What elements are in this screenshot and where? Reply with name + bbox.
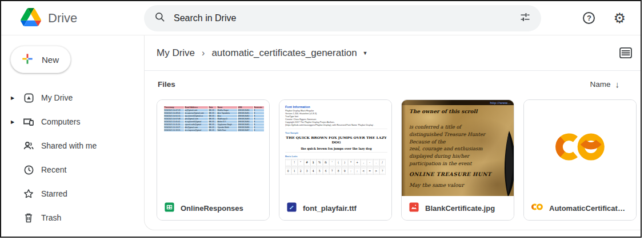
font-file-thumbnail: Font Information Playfair Display Black … bbox=[279, 100, 391, 196]
file-card-footer: OnlineResponses bbox=[157, 196, 269, 220]
drive-logo[interactable]: Drive bbox=[1, 8, 144, 29]
sidebar-item-label: Computers bbox=[41, 117, 80, 126]
colab-logo-large-icon bbox=[553, 130, 607, 166]
file-grid: TimestampEmail AddressDateNameUSNSemeste… bbox=[144, 97, 642, 221]
file-name: font_playfair.ttf bbox=[303, 204, 357, 213]
certificate-event-line: ONLINE TREASURE HUNT bbox=[409, 171, 494, 177]
plus-multicolor-icon bbox=[20, 51, 35, 68]
font-info-title: Font Information bbox=[285, 105, 387, 109]
sidebar-item-starred[interactable]: Starred bbox=[1, 182, 144, 206]
main-content: My Drive › automatic_certificates_genera… bbox=[144, 35, 642, 237]
drive-window: Drive Search in Drive ? ⚙ bbox=[0, 0, 642, 238]
sidebar-item-label: Trash bbox=[41, 213, 61, 222]
drive-logo-icon bbox=[21, 8, 41, 29]
colab-thumbnail bbox=[524, 100, 636, 196]
sort-direction-arrow-icon[interactable]: ↓ bbox=[615, 79, 620, 89]
certificate-watermark-url: http://www... bbox=[490, 101, 511, 105]
file-name: BlankCertificate.jpg bbox=[425, 204, 495, 213]
sidebar-item-trash[interactable]: Trash bbox=[1, 206, 144, 230]
sidebar-nav: ▶ My Drive ▶ Computers bbox=[1, 86, 144, 230]
folder-dropdown-caret-icon[interactable]: ▼ bbox=[363, 50, 368, 56]
sidebar-item-recent[interactable]: Recent bbox=[1, 158, 144, 182]
file-card-font-playfair[interactable]: Font Information Playfair Display Black … bbox=[279, 99, 392, 221]
breadcrumb: My Drive › automatic_certificates_genera… bbox=[144, 35, 642, 71]
file-name: OnlineResponses bbox=[181, 204, 243, 213]
certificate-title-line: The owner of this scroll bbox=[409, 109, 494, 114]
sidebar: New ▶ My Drive ▶ Computers bbox=[1, 35, 144, 237]
sidebar-item-computers[interactable]: ▶ Computers bbox=[1, 110, 144, 134]
files-header-row: Files Name ↓ bbox=[144, 71, 642, 97]
font-file-icon bbox=[286, 202, 297, 215]
font-sample-lowercase: the quick brown fox jumps over the lazy … bbox=[285, 147, 387, 150]
app-header: Drive Search in Drive ? ⚙ bbox=[1, 1, 641, 35]
expand-arrow-icon[interactable]: ▶ bbox=[9, 95, 16, 101]
search-options-icon[interactable] bbox=[519, 11, 531, 25]
sort-by-name-control[interactable]: Name ↓ bbox=[590, 79, 619, 89]
colab-icon bbox=[531, 203, 543, 213]
file-card-footer: BlankCertificate.jpg bbox=[402, 196, 514, 220]
file-card-automaticcertificate[interactable]: AutomaticCertificate… bbox=[523, 99, 637, 221]
new-button[interactable]: New bbox=[10, 46, 71, 73]
sidebar-item-label: My Drive bbox=[41, 93, 73, 102]
breadcrumb-folder[interactable]: automatic_certificates_generation bbox=[211, 47, 357, 59]
file-card-footer: AutomaticCertificate… bbox=[524, 196, 636, 220]
glyph-grid: !"#$%&'()*+,-./0123456789:;<=>? bbox=[285, 159, 387, 175]
settings-gear-icon[interactable]: ⚙ bbox=[613, 11, 626, 25]
sidebar-item-shared-with-me[interactable]: Shared with me bbox=[1, 134, 144, 158]
sidebar-item-label: Shared with me bbox=[41, 141, 97, 150]
font-info-lines: Playfair Display Black RegularVersion 1.… bbox=[285, 110, 387, 126]
search-input[interactable]: Search in Drive bbox=[174, 13, 511, 23]
new-button-label: New bbox=[42, 55, 59, 65]
image-file-icon bbox=[409, 202, 419, 215]
spreadsheet-thumbnail: TimestampEmail AddressDateNameUSNSemeste… bbox=[157, 100, 269, 196]
certificate-image-thumbnail: http://www... The owner of this scroll i… bbox=[402, 100, 514, 196]
files-section-label: Files bbox=[158, 80, 175, 89]
font-sample-uppercase: THE QUICK BROWN FOX JUMPS OVER THE LAZY … bbox=[285, 135, 387, 144]
sidebar-item-label: Recent bbox=[41, 165, 66, 174]
computers-icon bbox=[23, 116, 34, 127]
clock-icon bbox=[23, 164, 34, 175]
people-icon bbox=[23, 140, 34, 151]
breadcrumb-chevron-icon: › bbox=[202, 48, 205, 58]
mini-spreadsheet: TimestampEmail AddressDateNameUSNSemeste… bbox=[163, 106, 217, 132]
star-icon bbox=[23, 188, 34, 199]
certificate-closing-line: May the same valour bbox=[409, 182, 494, 188]
sidebar-item-my-drive[interactable]: ▶ My Drive bbox=[1, 86, 144, 110]
trash-icon bbox=[23, 212, 34, 223]
search-icon[interactable] bbox=[154, 11, 166, 25]
google-sheets-icon bbox=[164, 202, 175, 215]
list-view-toggle-icon[interactable] bbox=[619, 47, 632, 58]
sort-label[interactable]: Name bbox=[590, 80, 610, 89]
sidebar-item-label: Starred bbox=[41, 189, 67, 198]
file-card-blankcertificate[interactable]: http://www... The owner of this scroll i… bbox=[401, 99, 514, 221]
file-name: AutomaticCertificate… bbox=[549, 204, 629, 213]
file-card-footer: font_playfair.ttf bbox=[279, 196, 391, 220]
search-bar[interactable]: Search in Drive bbox=[144, 5, 541, 31]
app-title: Drive bbox=[48, 11, 77, 26]
help-icon[interactable]: ? bbox=[583, 12, 595, 24]
my-drive-icon bbox=[23, 92, 34, 103]
basic-latin-heading: Basic Latin bbox=[285, 155, 387, 158]
header-actions: ? ⚙ bbox=[583, 11, 641, 25]
file-card-onlineresponses[interactable]: TimestampEmail AddressDateNameUSNSemeste… bbox=[157, 99, 270, 221]
text-sample-heading: Text Sample bbox=[285, 131, 387, 134]
breadcrumb-my-drive[interactable]: My Drive bbox=[157, 47, 195, 59]
expand-arrow-icon[interactable]: ▶ bbox=[9, 119, 16, 125]
certificate-body-lines: is conferred a title ofdistinguished Tre… bbox=[409, 123, 494, 167]
